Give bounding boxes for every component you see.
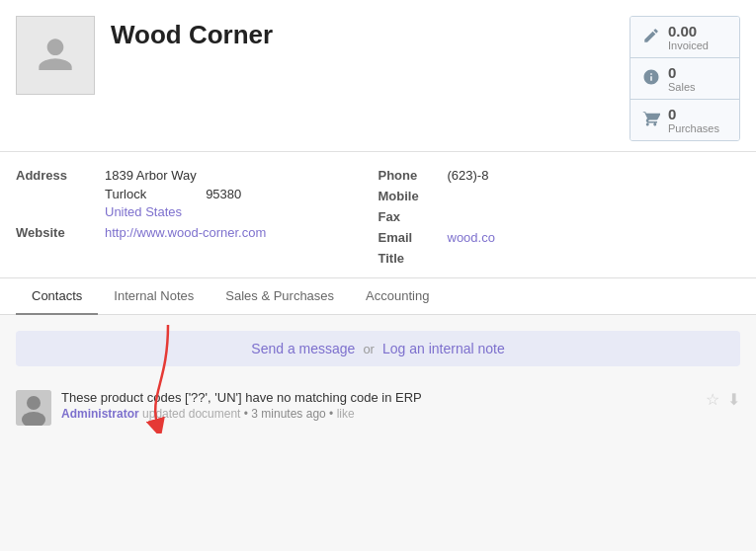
title-row: Title bbox=[378, 251, 741, 266]
log-author: Administrator bbox=[61, 407, 139, 421]
cart-icon bbox=[642, 110, 660, 131]
log-note-button[interactable]: Log an internal note bbox=[382, 341, 505, 356]
or-separator: or bbox=[363, 342, 375, 356]
download-icon[interactable]: ⬇ bbox=[727, 390, 740, 409]
website-field-row: Website http://www.wood-corner.com bbox=[16, 225, 378, 240]
stat-sales[interactable]: 0 Sales bbox=[630, 58, 739, 100]
tab-sales-purchases[interactable]: Sales & Purchases bbox=[210, 278, 350, 315]
purchases-value: 0 bbox=[668, 106, 719, 122]
tabs-bar: Contacts Internal Notes Sales & Purchase… bbox=[0, 277, 756, 315]
mobile-row: Mobile bbox=[378, 189, 741, 203]
send-message-button[interactable]: Send a message bbox=[251, 341, 355, 356]
log-entry: These product codes ['??', 'UN'] have no… bbox=[0, 382, 756, 433]
purchases-label: Purchases bbox=[668, 122, 719, 134]
log-like[interactable]: like bbox=[337, 407, 355, 421]
address-section: Address 1839 Arbor Way Turlock 95380 Uni… bbox=[0, 152, 756, 277]
red-arrow bbox=[138, 325, 198, 436]
tab-contacts[interactable]: Contacts bbox=[16, 278, 98, 315]
fax-row: Fax bbox=[378, 209, 741, 224]
phone-row: Phone (623)-8 bbox=[378, 168, 741, 183]
website-link[interactable]: http://www.wood-corner.com bbox=[105, 225, 266, 240]
log-dot: • bbox=[329, 407, 337, 421]
phone-value: (623)-8 bbox=[448, 168, 489, 183]
tab-internal-notes[interactable]: Internal Notes bbox=[98, 278, 210, 315]
edit-icon bbox=[642, 27, 660, 48]
stat-invoiced[interactable]: 0.00 Invoiced bbox=[630, 17, 739, 58]
invoiced-value: 0.00 bbox=[668, 23, 709, 39]
address-label: Address bbox=[16, 168, 105, 183]
stats-panel: 0.00 Invoiced 0 Sales bbox=[630, 16, 740, 141]
log-time: 3 minutes ago bbox=[251, 407, 325, 421]
stat-purchases[interactable]: 0 Purchases bbox=[630, 100, 739, 140]
title-label: Title bbox=[378, 251, 448, 266]
company-avatar bbox=[16, 16, 95, 95]
sales-value: 0 bbox=[668, 64, 696, 81]
sales-icon bbox=[642, 68, 660, 90]
email-value: wood.co bbox=[448, 230, 495, 245]
email-label: Email bbox=[378, 230, 448, 245]
email-row: Email wood.co bbox=[378, 230, 741, 245]
star-icon[interactable]: ☆ bbox=[706, 390, 719, 409]
content-area: Send a message or Log an internal note T… bbox=[0, 315, 756, 551]
address-city-zip: Turlock 95380 bbox=[105, 187, 241, 201]
message-bar: Send a message or Log an internal note bbox=[16, 331, 740, 366]
website-label: Website bbox=[16, 225, 105, 240]
address-field-row: Address 1839 Arbor Way Turlock 95380 Uni… bbox=[16, 168, 378, 219]
address-street: 1839 Arbor Way bbox=[105, 168, 241, 183]
company-name: Wood Corner bbox=[111, 20, 273, 50]
tab-accounting[interactable]: Accounting bbox=[350, 278, 445, 315]
fax-label: Fax bbox=[378, 209, 448, 224]
mobile-label: Mobile bbox=[378, 189, 448, 203]
user-avatar bbox=[16, 390, 51, 426]
sales-label: Sales bbox=[668, 81, 696, 93]
address-city: Turlock bbox=[105, 187, 146, 201]
address-country: United States bbox=[105, 204, 241, 219]
phone-label: Phone bbox=[378, 168, 448, 183]
svg-point-1 bbox=[27, 396, 41, 410]
address-zip: 95380 bbox=[206, 187, 241, 201]
invoiced-label: Invoiced bbox=[668, 39, 709, 51]
log-actions: ☆ ⬇ bbox=[706, 390, 740, 409]
